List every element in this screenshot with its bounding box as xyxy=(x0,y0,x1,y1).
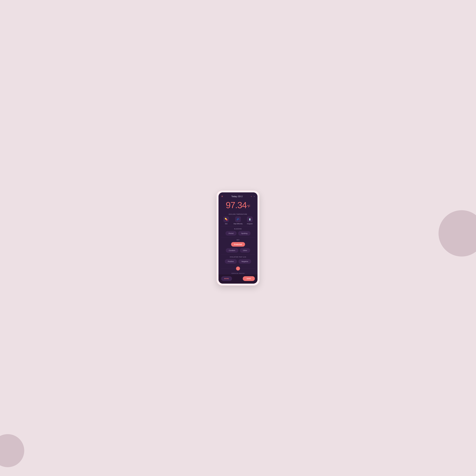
slept-differently-icon: 💤 xyxy=(235,216,241,222)
sex-secondary-options: Condom Other xyxy=(221,248,255,253)
hungover-option[interactable]: 🥤 Hungover xyxy=(247,216,253,224)
header-navigation: < > xyxy=(251,195,255,198)
temperature-value: 97.34 xyxy=(226,200,247,210)
sex-primary-options: Protected xyxy=(221,242,255,247)
more-button[interactable]: MORE xyxy=(221,276,232,281)
phone-frame: ✕ Today, CD 2 < > 97.34°F EXCLUDE TEMPER… xyxy=(217,190,259,286)
expand-section: ⌄ xyxy=(219,265,257,272)
slept-differently-label: Slept differently xyxy=(234,223,243,224)
sex-label: SEX xyxy=(221,239,255,240)
header: ✕ Today, CD 2 < > xyxy=(219,192,257,200)
close-button[interactable]: ✕ xyxy=(221,195,223,198)
screen-content: ✕ Today, CD 2 < > 97.34°F EXCLUDE TEMPER… xyxy=(219,192,257,284)
nav-forward-button[interactable]: > xyxy=(254,195,255,198)
header-title: Today, CD 2 xyxy=(231,195,242,198)
sick-icon: 💊 xyxy=(223,216,229,222)
bleeding-section: BLEEDING Period Spotting xyxy=(219,226,257,237)
sick-label: Sick xyxy=(225,223,227,224)
bottom-bar: MORE SAVE xyxy=(219,274,257,284)
temperature-unit: °F xyxy=(247,204,250,208)
temperature-display[interactable]: 97.34°F xyxy=(221,201,255,210)
period-button[interactable]: Period xyxy=(225,231,237,236)
hungover-label: Hungover xyxy=(247,223,253,224)
protected-button[interactable]: Protected xyxy=(231,242,245,247)
ovulation-test-section: OVULATION TEST (LH) Positive Negative xyxy=(219,255,257,265)
hungover-icon: 🥤 xyxy=(247,216,253,222)
expand-button[interactable]: ⌄ xyxy=(236,267,240,271)
bg-decoration-right xyxy=(439,210,476,256)
ovulation-test-label: OVULATION TEST (LH) xyxy=(221,256,255,258)
exclude-temperature-section: EXCLUDE TEMPERATURE 💊 Sick 💤 Slept diffe… xyxy=(219,212,257,226)
other-button[interactable]: Other xyxy=(240,248,250,253)
exclude-temperature-label: EXCLUDE TEMPERATURE xyxy=(221,214,255,215)
save-button[interactable]: SAVE xyxy=(243,276,255,281)
exclude-temperature-options: 💊 Sick 💤 Slept differently 🥤 Hungover xyxy=(221,216,255,224)
spotting-button[interactable]: Spotting xyxy=(238,231,251,236)
bleeding-options: Period Spotting xyxy=(221,231,255,236)
sick-option[interactable]: 💊 Sick xyxy=(223,216,229,224)
bleeding-label: BLEEDING xyxy=(221,228,255,230)
positive-button[interactable]: Positive xyxy=(225,259,237,264)
condom-button[interactable]: Condom xyxy=(226,248,238,253)
nav-back-button[interactable]: < xyxy=(251,195,252,198)
slept-differently-option[interactable]: 💤 Slept differently xyxy=(234,216,243,224)
negative-button[interactable]: Negative xyxy=(238,259,251,264)
ovulation-test-options: Positive Negative xyxy=(221,259,255,264)
temperature-section: 97.34°F xyxy=(219,200,257,212)
sex-section: SEX Protected Condom Other xyxy=(219,238,257,255)
bg-decoration-left xyxy=(0,434,24,467)
cervical-mucus-hint: CERVICAL MUCUS xyxy=(219,272,257,274)
phone-screen: ✕ Today, CD 2 < > 97.34°F EXCLUDE TEMPER… xyxy=(219,192,257,284)
